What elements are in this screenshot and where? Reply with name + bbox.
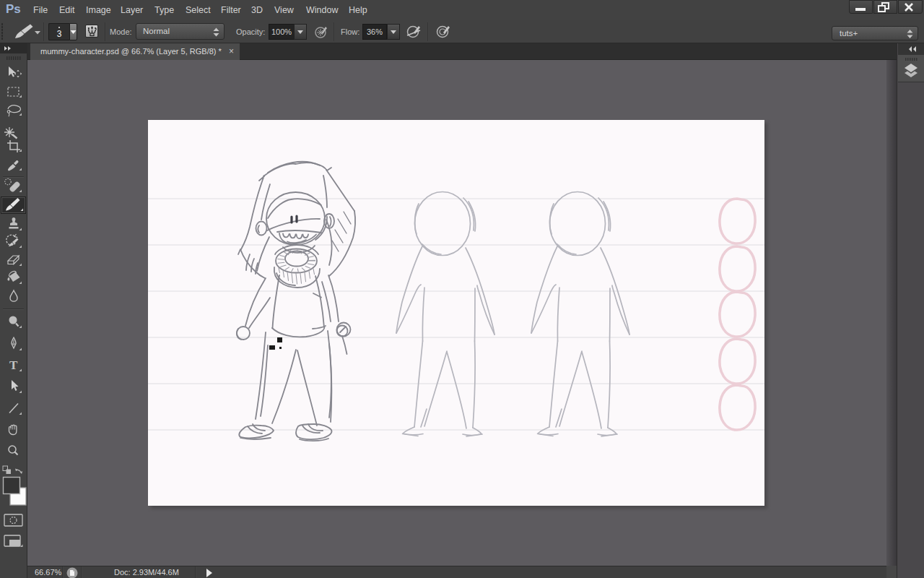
svg-text:T: T [9, 358, 18, 372]
